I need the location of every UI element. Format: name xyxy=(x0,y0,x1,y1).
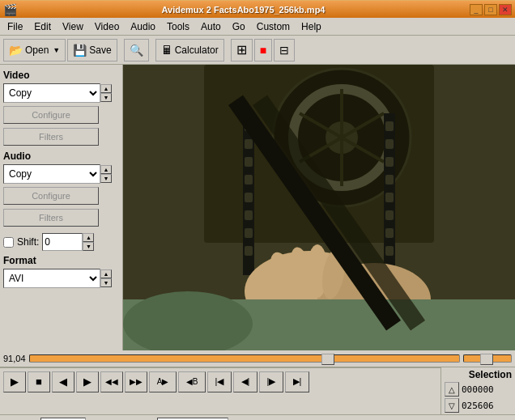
zoom-icon: 🔍 xyxy=(130,44,143,57)
rewind-icon: ◀◀ xyxy=(105,377,118,386)
open-label: Open xyxy=(25,45,49,56)
calculator-icon: 🖩 xyxy=(161,44,172,57)
format-up[interactable]: ▲ xyxy=(100,269,112,278)
stop-icon: ■ xyxy=(36,375,42,388)
seek-thumb[interactable] xyxy=(321,354,334,365)
video-filters-button: Filters xyxy=(3,128,99,146)
shift-label: Shift: xyxy=(17,236,39,248)
fast-forward-button[interactable]: ▶▶ xyxy=(125,371,147,392)
toolbar: 📂 Open ▼ 💾 Save 🔍 🖩 Calculator ⊞ ■ ⊟ xyxy=(0,36,515,65)
controls-bar: ▶ ■ ◀ ▶ ◀◀ ▶▶ A▶ ◀B |◀ ◀| |▶ xyxy=(0,367,441,395)
menu-edit[interactable]: Edit xyxy=(28,19,57,34)
svg-rect-15 xyxy=(245,228,253,238)
menu-custom[interactable]: Custom xyxy=(251,19,296,34)
calculator-label: Calculator xyxy=(175,45,219,56)
statusbar: Frame: / 25606 Time: 00:14:14.421 Frame:… xyxy=(0,414,515,420)
fast-forward-icon: ▶▶ xyxy=(130,377,143,386)
shift-row: Shift: ▲ ▼ xyxy=(3,233,119,251)
menu-go[interactable]: Go xyxy=(227,19,251,34)
open-dropdown-icon[interactable]: ▼ xyxy=(53,46,60,54)
mark-b-button[interactable]: ◀B xyxy=(178,371,206,392)
play-icon: ▶ xyxy=(11,375,19,388)
red-square-button[interactable]: ■ xyxy=(254,39,272,62)
save-label: Save xyxy=(89,45,111,56)
main-area: Video Copy MPEG-4 AVC MPEG-4 ASP ▲ ▼ Con… xyxy=(0,65,515,350)
window-controls: _ □ ✕ xyxy=(470,4,512,15)
shift-input[interactable] xyxy=(42,233,83,251)
open-button[interactable]: 📂 Open ▼ xyxy=(3,39,66,62)
selection-a-button[interactable]: △ xyxy=(445,382,459,397)
play-back-button[interactable]: ▶ xyxy=(3,371,26,392)
svg-rect-11 xyxy=(245,157,253,167)
audio-codec-select[interactable]: Copy AAC MP3 xyxy=(3,164,100,184)
titlebar: 🎬 Avidemux 2 FactsAbo1975_256kb.mp4 _ □ … xyxy=(0,0,515,18)
minimize-button[interactable]: _ xyxy=(470,4,483,15)
shift-up[interactable]: ▲ xyxy=(83,233,94,242)
svg-rect-13 xyxy=(245,193,253,202)
mark-b-icon: ◀B xyxy=(186,377,198,386)
calculator-button[interactable]: 🖩 Calculator xyxy=(155,39,224,62)
seek-right-thumb[interactable] xyxy=(480,354,493,365)
menu-file[interactable]: File xyxy=(2,19,28,34)
menu-help[interactable]: Help xyxy=(296,19,327,34)
menu-tools[interactable]: Tools xyxy=(161,19,195,34)
svg-rect-12 xyxy=(245,175,253,185)
go-prev-key-button[interactable]: ◀| xyxy=(233,371,258,392)
shift-down[interactable]: ▼ xyxy=(83,242,94,251)
shift-checkbox[interactable] xyxy=(3,237,14,248)
next-frame-button[interactable]: ▶ xyxy=(76,371,99,392)
video-configure-button: Configure xyxy=(3,106,99,124)
zoom-button[interactable]: 🔍 xyxy=(124,39,149,62)
format-section-label: Format xyxy=(3,255,119,266)
menu-audio[interactable]: Audio xyxy=(125,19,161,34)
stop-button[interactable]: ■ xyxy=(28,371,50,392)
mark-a-button[interactable]: A▶ xyxy=(149,371,177,392)
red-square-icon: ■ xyxy=(260,44,266,57)
video-frame xyxy=(123,65,515,350)
go-end-icon: ▶| xyxy=(293,376,302,387)
time-input[interactable] xyxy=(157,418,228,421)
left-panel: Video Copy MPEG-4 AVC MPEG-4 ASP ▲ ▼ Con… xyxy=(0,65,123,350)
go-end-button[interactable]: ▶| xyxy=(285,371,309,392)
app-icon: 🎬 xyxy=(3,3,17,16)
seek-track[interactable] xyxy=(29,354,460,363)
audio-codec-down[interactable]: ▼ xyxy=(100,174,112,183)
video-codec-row: Copy MPEG-4 AVC MPEG-4 ASP ▲ ▼ xyxy=(3,83,119,103)
go-start-button[interactable]: |◀ xyxy=(207,371,232,392)
seekbar-area: 91,04 xyxy=(0,350,515,367)
menu-video[interactable]: Video xyxy=(89,19,125,34)
audio-section-label: Audio xyxy=(3,151,119,162)
video-codec-up[interactable]: ▲ xyxy=(100,84,112,93)
save-button[interactable]: 💾 Save xyxy=(67,39,117,62)
menu-view[interactable]: View xyxy=(57,19,89,34)
selection-b-button[interactable]: ▽ xyxy=(445,398,459,413)
video-preview xyxy=(123,65,515,350)
svg-rect-21 xyxy=(385,175,394,185)
svg-rect-18 xyxy=(385,121,394,131)
menu-auto[interactable]: Auto xyxy=(195,19,227,34)
seek-position-label: 91,04 xyxy=(3,354,26,363)
go-next-key-button[interactable]: |▶ xyxy=(259,371,283,392)
svg-rect-20 xyxy=(385,157,394,167)
rewind-button[interactable]: ◀◀ xyxy=(100,371,123,392)
seek-right-track[interactable] xyxy=(463,354,512,363)
svg-rect-25 xyxy=(385,246,394,256)
close-button[interactable]: ✕ xyxy=(499,4,512,15)
mark-a-icon: A▶ xyxy=(157,377,169,386)
audio-codec-up[interactable]: ▲ xyxy=(100,165,112,174)
format-select[interactable]: AVI MP4 MKV xyxy=(3,269,100,288)
segments-icon: ⊟ xyxy=(279,44,289,57)
format-row: AVI MP4 MKV ▲ ▼ xyxy=(3,269,119,288)
format-down[interactable]: ▼ xyxy=(100,278,112,287)
display-icon: ⊞ xyxy=(236,42,247,57)
video-codec-select[interactable]: Copy MPEG-4 AVC MPEG-4 ASP xyxy=(3,83,100,103)
save-icon: 💾 xyxy=(73,44,87,57)
display-button[interactable]: ⊞ xyxy=(231,39,253,62)
menubar: File Edit View Video Audio Tools Auto Go… xyxy=(0,18,515,36)
prev-frame-button[interactable]: ◀ xyxy=(52,371,74,392)
maximize-button[interactable]: □ xyxy=(484,4,497,15)
segments-button[interactable]: ⊟ xyxy=(274,39,295,62)
frame-input[interactable] xyxy=(40,418,86,421)
video-codec-down[interactable]: ▼ xyxy=(100,93,112,102)
prev-frame-icon: ◀ xyxy=(59,375,67,388)
